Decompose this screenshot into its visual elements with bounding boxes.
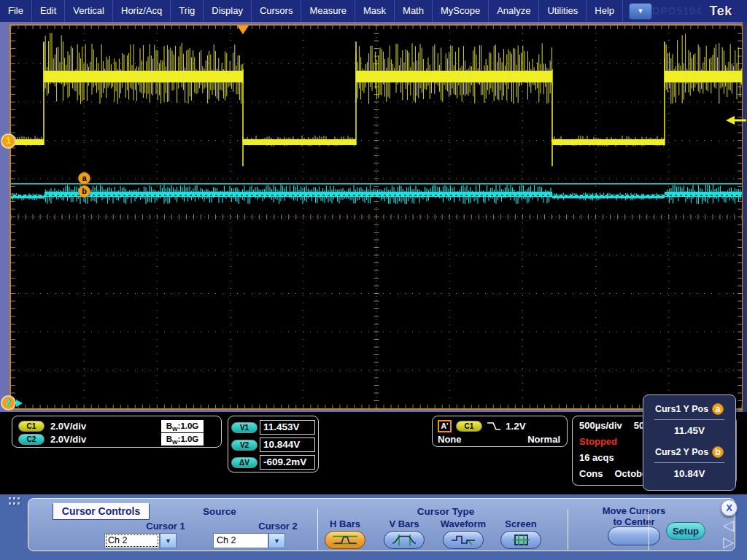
cursor-type-v-bars: V Bars bbox=[378, 518, 430, 549]
h-bars-button[interactable] bbox=[325, 531, 365, 549]
section-divider bbox=[568, 509, 568, 550]
panel-close-button[interactable]: X bbox=[721, 499, 738, 516]
v2-badge: V2 bbox=[231, 440, 258, 451]
trigger-position-marker[interactable] bbox=[237, 26, 249, 34]
menu-help[interactable]: Help bbox=[587, 0, 623, 22]
cursor-type-h-bars: H Bars bbox=[319, 518, 371, 549]
curs2-pos-title: Curs2 Y Pos bbox=[655, 447, 708, 457]
delta-v-value: -609.2mV bbox=[260, 455, 315, 470]
cursor-controls-panel: Cursor Controls Source Cursor 1 Cursor 2… bbox=[0, 494, 747, 560]
trigger-mode: Normal bbox=[527, 434, 560, 445]
menu-file[interactable]: File bbox=[0, 0, 32, 22]
next-panel-icon[interactable]: ▷ bbox=[723, 534, 734, 549]
menu-bar: File Edit Vertical Horiz/Acq Trig Displa… bbox=[0, 0, 747, 22]
cursor-b-badge[interactable]: b bbox=[78, 185, 90, 198]
trigger-level: 1.2V bbox=[506, 421, 526, 432]
trigger-holdoff: None bbox=[438, 434, 462, 445]
v1-badge: V1 bbox=[231, 422, 258, 433]
cursor1-label: Cursor 1 bbox=[133, 521, 198, 532]
cursor-type-title: Cursor Type bbox=[365, 506, 526, 517]
menu-vertical[interactable]: Vertical bbox=[65, 0, 113, 22]
ch2-badge[interactable]: C2 bbox=[18, 434, 44, 445]
menu-math[interactable]: Math bbox=[395, 0, 433, 22]
ch1-bandwidth[interactable]: BW:1.0G bbox=[161, 420, 204, 432]
titlebar-right: DPO5104 Tek X bbox=[652, 3, 747, 19]
panel-body: Cursor Controls Source Cursor 1 Cursor 2… bbox=[28, 498, 735, 551]
curs2-pos-value[interactable]: 10.84V bbox=[643, 468, 735, 479]
setup-button[interactable]: Setup bbox=[666, 522, 705, 540]
cursor-b-popup-badge: b bbox=[712, 446, 724, 458]
move-cursors-button[interactable] bbox=[608, 526, 660, 545]
delta-v-row: ΔV -609.2mV bbox=[231, 454, 315, 471]
curs1-pos-title: Curs1 Y Pos bbox=[655, 404, 708, 414]
cursor-type-waveform: Waveform bbox=[437, 518, 489, 549]
screen-button[interactable] bbox=[500, 531, 541, 549]
trigger-level-arrow-icon[interactable] bbox=[725, 115, 746, 125]
cursor-a-badge[interactable]: a bbox=[78, 172, 90, 184]
cursor-position-popup: Curs1 Y Pos a 11.45V Curs2 Y Pos b 10.84… bbox=[643, 394, 736, 491]
menu-horiz-acq[interactable]: Horiz/Acq bbox=[113, 0, 171, 22]
chevron-down-icon: ▼ bbox=[638, 7, 644, 15]
ch2-reference-marker[interactable]: 2 bbox=[1, 395, 16, 411]
chevron-down-icon[interactable]: ▼ bbox=[160, 533, 177, 548]
cursor1-source-value[interactable]: Ch 2 bbox=[104, 533, 160, 548]
ch2-arrow-icon bbox=[16, 400, 23, 407]
v2-value: 10.844V bbox=[260, 438, 315, 452]
tab-cursor-controls[interactable]: Cursor Controls bbox=[53, 503, 150, 520]
delta-v-badge: ΔV bbox=[231, 457, 258, 468]
ch1-scale: 2.0V/div bbox=[50, 421, 86, 432]
ch2-readout-row: C2 2.0V/div BW:1.0G bbox=[18, 432, 215, 446]
cursor-value-readout-box: V1 11.453V V2 10.844V ΔV -609.2mV bbox=[228, 416, 319, 472]
waveform-cursor-icon bbox=[449, 534, 477, 546]
menu-items: File Edit Vertical Horiz/Acq Trig Displa… bbox=[0, 0, 652, 22]
falling-edge-icon bbox=[487, 421, 501, 432]
cursor1-pos-group: Curs1 Y Pos a 11.45V bbox=[643, 403, 735, 436]
menu-display[interactable]: Display bbox=[204, 0, 252, 22]
menu-myscope[interactable]: MyScope bbox=[433, 0, 489, 22]
curs1-pos-value[interactable]: 11.45V bbox=[643, 425, 735, 436]
section-divider bbox=[317, 509, 318, 550]
cursor2-label: Cursor 2 bbox=[245, 521, 311, 532]
trigger-mode-row: None Normal bbox=[438, 434, 560, 445]
trigger-summary-row: A' C1 1.2V bbox=[438, 419, 560, 433]
waveform-button[interactable] bbox=[443, 531, 484, 549]
readout-bar: C1 2.0V/div BW:1.0G C2 2.0V/div BW:1.0G … bbox=[0, 412, 747, 494]
ch1-readout-row: C1 2.0V/div BW:1.0G bbox=[18, 419, 215, 432]
popup-divider bbox=[654, 419, 724, 420]
menu-analyze[interactable]: Analyze bbox=[489, 0, 539, 22]
prev-panel-icon[interactable]: ◁ bbox=[723, 518, 734, 532]
menu-mask[interactable]: Mask bbox=[355, 0, 395, 22]
ch2-bandwidth[interactable]: BW:1.0G bbox=[161, 433, 204, 446]
section-divider bbox=[649, 509, 649, 550]
cursor-type-screen: Screen bbox=[495, 518, 547, 549]
ch1-reference-marker[interactable]: 1 bbox=[1, 133, 16, 149]
menu-trig[interactable]: Trig bbox=[171, 0, 204, 22]
cursor-a-popup-badge: a bbox=[712, 403, 724, 415]
screen-cursor-icon bbox=[507, 534, 535, 546]
menu-utilities[interactable]: Utilities bbox=[539, 0, 587, 22]
ch1-badge[interactable]: C1 bbox=[18, 421, 44, 432]
cursor1-source-select[interactable]: Ch 2▼ bbox=[104, 533, 177, 548]
popup-divider bbox=[654, 462, 724, 463]
h-bars-icon bbox=[331, 534, 359, 546]
cursor2-pos-group: Curs2 Y Pos b 10.84V bbox=[643, 446, 735, 479]
oscilloscope-app: File Edit Vertical Horiz/Acq Trig Displa… bbox=[0, 0, 747, 560]
chevron-down-icon[interactable]: ▼ bbox=[268, 533, 285, 548]
cursor2-source-select[interactable]: Ch 2▼ bbox=[213, 533, 285, 548]
model-label: DPO5104 bbox=[652, 5, 702, 17]
v2-row: V2 10.844V bbox=[231, 436, 315, 454]
menu-overflow-button[interactable]: ▼ bbox=[629, 3, 652, 20]
panel-grip[interactable] bbox=[9, 497, 20, 506]
source-section-title: Source bbox=[161, 506, 278, 517]
menu-measure[interactable]: Measure bbox=[301, 0, 355, 22]
ch2-scale: 2.0V/div bbox=[50, 434, 86, 445]
menu-edit[interactable]: Edit bbox=[32, 0, 65, 22]
trigger-a-label: A' bbox=[438, 420, 452, 432]
waveform-plot bbox=[11, 26, 742, 408]
cursor2-source-value[interactable]: Ch 2 bbox=[213, 533, 268, 548]
v1-value: 11.453V bbox=[260, 420, 315, 435]
menu-cursors[interactable]: Cursors bbox=[252, 0, 302, 22]
v-bars-button[interactable] bbox=[384, 531, 425, 549]
graticule[interactable] bbox=[9, 24, 743, 410]
v1-row: V1 11.453V bbox=[231, 419, 315, 436]
